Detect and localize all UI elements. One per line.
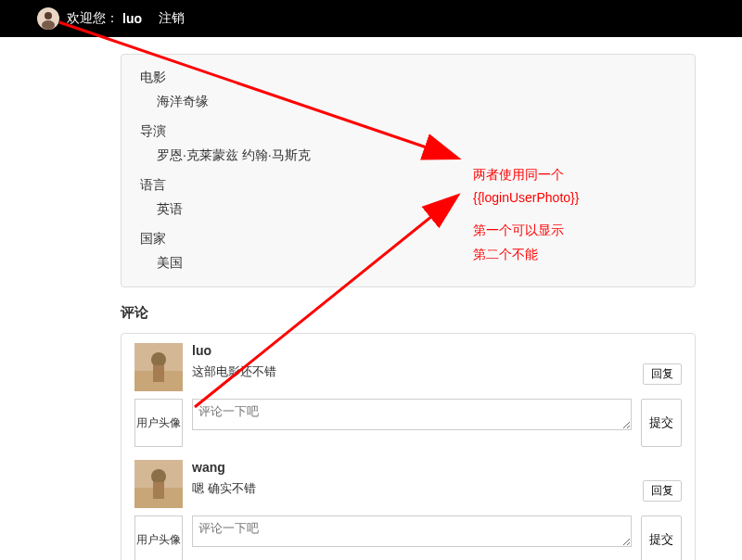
svg-point-1 — [45, 12, 52, 19]
reply-avatar-placeholder: 用户头像 — [134, 515, 183, 560]
comment-text: 这部电影还不错 — [192, 363, 682, 380]
comment-user-avatar — [134, 460, 183, 508]
svg-point-5 — [151, 352, 166, 367]
movie-director-value: 罗恩·克莱蒙兹 约翰·马斯克 — [157, 147, 676, 164]
movie-country-value: 美国 — [157, 255, 676, 272]
reply-button[interactable]: 回复 — [643, 480, 682, 502]
comment-username: wang — [192, 460, 682, 475]
movie-title-label: 电影 — [140, 70, 676, 86]
top-navbar: 欢迎您： luo 注销 — [0, 0, 742, 37]
comment-item: luo 这部电影还不错 回复 — [134, 343, 682, 391]
comment-text: 嗯 确实不错 — [192, 480, 682, 497]
reply-row: 用户头像 提交 — [134, 515, 682, 560]
movie-language-label: 语言 — [140, 177, 676, 194]
reply-textarea[interactable] — [192, 399, 632, 430]
svg-rect-6 — [153, 365, 164, 382]
svg-rect-10 — [153, 482, 164, 499]
movie-director-label: 导演 — [140, 123, 676, 140]
submit-button[interactable]: 提交 — [641, 399, 682, 447]
movie-country-label: 国家 — [140, 231, 676, 248]
navbar-avatar — [37, 7, 59, 30]
comment-user-avatar — [134, 343, 183, 391]
navbar-logout-link[interactable]: 注销 — [159, 10, 185, 27]
navbar-welcome-text: 欢迎您： — [67, 10, 119, 27]
movie-title-value: 海洋奇缘 — [157, 94, 676, 110]
reply-button[interactable]: 回复 — [643, 363, 682, 385]
svg-point-2 — [42, 20, 55, 30]
comments-heading: 评论 — [121, 304, 696, 322]
reply-textarea[interactable] — [192, 515, 632, 547]
movie-language-value: 英语 — [157, 201, 676, 218]
svg-point-9 — [151, 469, 166, 484]
navbar-username: luo — [122, 11, 142, 26]
reply-avatar-placeholder: 用户头像 — [134, 399, 183, 447]
comments-box: luo 这部电影还不错 回复 用户头像 提交 wang — [121, 333, 696, 560]
main-container: 电影 海洋奇缘 导演 罗恩·克莱蒙兹 约翰·马斯克 语言 英语 国家 美国 评论… — [121, 54, 696, 560]
comment-username: luo — [192, 343, 682, 358]
reply-row: 用户头像 提交 — [134, 399, 682, 447]
submit-button[interactable]: 提交 — [641, 515, 682, 560]
movie-info-card: 电影 海洋奇缘 导演 罗恩·克莱蒙兹 约翰·马斯克 语言 英语 国家 美国 — [121, 54, 696, 287]
comment-item: wang 嗯 确实不错 回复 — [134, 460, 682, 508]
